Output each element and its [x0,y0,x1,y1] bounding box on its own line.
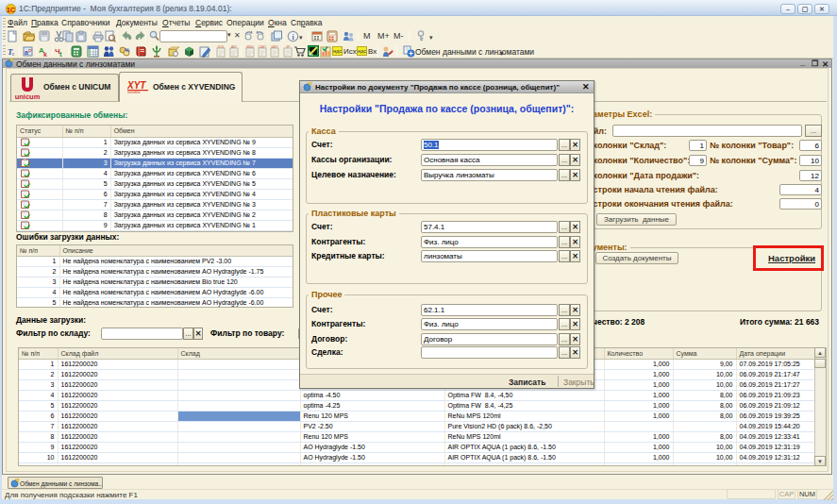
svg-text:unicum: unicum [15,92,41,100]
svg-text:СЧЕТ: СЧЕТ [259,45,266,49]
svg-text:МШ4: МШ4 [246,45,254,49]
svg-text:АКТ: АКТ [231,45,237,49]
svg-text:k: k [43,51,47,58]
svg-text:КСФ: КСФ [218,45,225,49]
svg-text:ШЕУ: ШЕУ [271,45,278,49]
svg-text:%: % [125,47,130,53]
svg-text:t: t [59,50,62,58]
svg-text:1С: 1С [7,6,16,14]
svg-text:xyvending: xyvending [127,91,141,93]
svg-text:ЗР: ЗР [286,45,290,49]
svg-text:r: r [12,50,15,58]
svg-text:Р: Р [28,48,32,54]
svg-text:XYT: XYT [127,80,146,91]
